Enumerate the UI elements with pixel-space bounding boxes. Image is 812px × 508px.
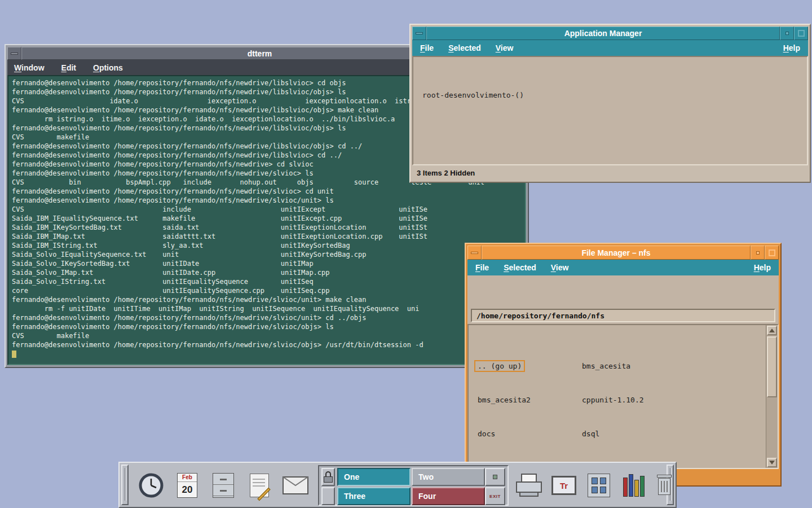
workspace-two-button[interactable]: Two: [412, 468, 485, 486]
window-menu-button[interactable]: [412, 27, 426, 40]
exit-label: EXIT: [489, 494, 501, 499]
fm-titlebar[interactable]: File Manager – nfs: [467, 246, 779, 260]
scroll-up-button[interactable]: [767, 326, 777, 335]
application-manager-window: Application Manager File Selected View H…: [409, 24, 811, 183]
terminal-line: fernando@desenvolvimento /home/repositor…: [12, 196, 525, 205]
window-menu-icon: [11, 52, 18, 55]
fm-title: File Manager – nfs: [482, 246, 751, 260]
mail-icon: [283, 476, 308, 494]
calendar-button[interactable]: Feb 20: [171, 467, 203, 503]
appmgr-status-text: 3 Items 2 Hidden: [417, 169, 475, 177]
fm-file-list[interactable]: .. (go up) bms_acesita bms_acesita2 cppu…: [467, 324, 779, 469]
menu-file[interactable]: File: [473, 261, 491, 274]
file-item[interactable]: .. (go up): [474, 336, 579, 370]
appmgr-menubar: File Selected View Help: [412, 40, 808, 56]
menu-options[interactable]: Options: [91, 62, 125, 74]
file-item[interactable]: cppunit-1.10.2: [579, 370, 763, 404]
menu-edit[interactable]: Edit: [59, 62, 78, 74]
lock-button[interactable]: [321, 468, 335, 486]
appmgr-file-view[interactable]: root-desenvolvimento-(): [412, 56, 808, 165]
panel-left-handle[interactable]: [121, 465, 129, 505]
exit-button[interactable]: EXIT: [485, 487, 505, 505]
fm-icon-path-area: [467, 275, 779, 307]
calendar-month: Feb: [178, 474, 197, 482]
menu-window[interactable]: Window: [12, 62, 47, 74]
front-panel: Feb 20 One Two Three Four EXIT: [118, 462, 677, 508]
window-menu-icon: [416, 32, 423, 34]
menu-help[interactable]: Help: [781, 42, 802, 54]
terminal-line: fernando@desenvolvimento /home/repositor…: [12, 187, 525, 196]
blank-button[interactable]: [321, 487, 335, 505]
file-manager-button[interactable]: [208, 467, 239, 503]
terminal-line: fernando@desenvolvimento /home/repositor…: [12, 295, 525, 304]
clock-button[interactable]: [135, 467, 167, 503]
file-item[interactable]: dsql: [579, 404, 763, 438]
maximize-icon: [798, 30, 805, 37]
printer-button[interactable]: [513, 467, 545, 503]
terminal-line: fernando@desenvolvimento /home/repositor…: [12, 340, 525, 349]
file-item[interactable]: bms_acesita2: [474, 370, 579, 404]
busy-light-icon: [493, 475, 497, 479]
terminal-line: Saida_Solvo_IEqualitySequence.txt unit u…: [12, 250, 525, 259]
app-manager-icon: [588, 474, 610, 497]
menu-file[interactable]: File: [418, 42, 436, 54]
terminal-cursor: [12, 351, 16, 358]
current-path-field[interactable]: /home/repository/fernando/nfs: [471, 309, 775, 322]
workspace-one-button[interactable]: One: [337, 468, 411, 486]
window-menu-button[interactable]: [467, 246, 482, 260]
menu-selected[interactable]: Selected: [501, 261, 539, 274]
vertical-scrollbar[interactable]: [766, 325, 778, 468]
minimize-button[interactable]: [751, 246, 765, 260]
workspace-four-button[interactable]: Four: [412, 487, 485, 505]
terminal-line: Saida_Solvo_IMap.txt unitIDate.cpp unitI…: [12, 268, 525, 277]
terminal-line: fernando@desenvolvimento /home/repositor…: [12, 322, 525, 331]
file-item[interactable]: docs: [474, 404, 579, 438]
mail-button[interactable]: [280, 467, 311, 503]
scroll-down-button[interactable]: [767, 458, 777, 467]
arrow-up-icon: [769, 329, 775, 332]
terminal-line: fernando@desenvolvimento /home/repositor…: [12, 313, 525, 322]
terminal-line: CVS makefile: [12, 331, 525, 340]
terminal-line: Saida_Solvo_IString.txt unitIEqualitySeq…: [12, 277, 525, 286]
appmgr-item[interactable]: root-desenvolvimento-(): [422, 91, 524, 99]
file-manager-window: File Manager – nfs File Selected View He…: [465, 243, 782, 487]
menu-view[interactable]: View: [493, 42, 516, 54]
busy-light: [485, 468, 505, 486]
fm-path-row: /home/repository/fernando/nfs: [467, 307, 779, 324]
file-item[interactable]: bms_acesita: [579, 336, 763, 370]
terminal-line: Saida_IBM_IEqualitySequence.txt makefile…: [12, 214, 525, 223]
style-manager-label: Tr: [560, 481, 568, 491]
arrow-down-icon: [769, 461, 775, 465]
minimize-icon: [785, 32, 789, 35]
workspace-three-button[interactable]: Three: [337, 487, 411, 505]
menu-selected[interactable]: Selected: [446, 42, 483, 54]
scrollbar-thumb[interactable]: [767, 336, 777, 397]
window-menu-button[interactable]: [7, 47, 21, 60]
style-manager-button[interactable]: Tr: [548, 467, 580, 503]
terminal-line: CVS include unitIExcept unitISe: [12, 205, 525, 214]
appmgr-title: Application Manager: [426, 27, 780, 40]
menu-help[interactable]: Help: [752, 261, 773, 274]
window-menu-icon: [471, 252, 478, 254]
trash-icon: [656, 475, 672, 496]
calendar-day: 20: [178, 482, 197, 498]
maximize-button[interactable]: [794, 27, 808, 40]
terminal-line: core unitIEqualitySequence.cpp unitISeq.…: [12, 286, 525, 295]
menu-view[interactable]: View: [549, 261, 571, 274]
help-button[interactable]: [618, 467, 650, 503]
style-manager-icon: Tr: [551, 476, 576, 495]
maximize-icon: [769, 249, 775, 256]
trash-button[interactable]: [648, 467, 680, 503]
terminal-line: Saida_IBM_IKeySortedBag.txt saida.txt un…: [12, 223, 525, 232]
minimize-icon: [756, 251, 760, 255]
text-note-button[interactable]: [244, 467, 275, 503]
maximize-button[interactable]: [765, 246, 779, 260]
minimize-button[interactable]: [780, 27, 794, 40]
help-books-icon: [623, 474, 645, 497]
appmgr-titlebar[interactable]: Application Manager: [412, 27, 808, 40]
terminal-line: Saida_IBM_IString.txt sly_aa.txt unitIKe…: [12, 241, 525, 250]
terminal-line: Saida_Solvo_IKeySortedBag.txt unitIDate …: [12, 259, 525, 268]
note-pencil-icon: [250, 474, 269, 497]
terminal-line: rm -f unitIDate unitITime unitIMap unitI…: [12, 304, 525, 313]
app-manager-button[interactable]: [583, 467, 615, 503]
